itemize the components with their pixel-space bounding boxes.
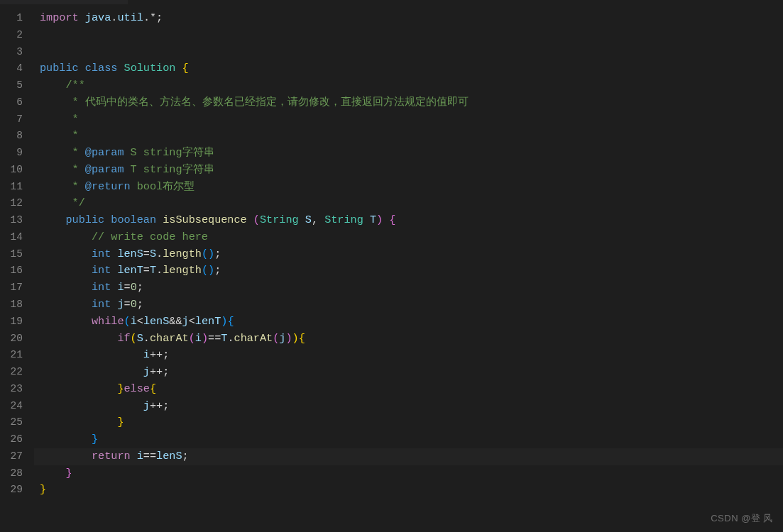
code-token: i: [195, 332, 202, 345]
code-token: int: [92, 264, 111, 277]
line-number: 12: [0, 195, 34, 212]
code-line[interactable]: * 代码中的类名、方法名、参数名已经指定，请勿修改，直接返回方法规定的值即可: [34, 94, 783, 111]
code-line[interactable]: import java.util.*;: [34, 10, 783, 27]
code-token: @return: [85, 180, 131, 193]
code-token: *: [65, 163, 84, 176]
code-token: (: [273, 332, 279, 345]
code-token: @param: [85, 146, 124, 159]
line-number: 6: [0, 94, 34, 111]
code-token: T: [150, 264, 156, 277]
code-token: lenS: [156, 450, 182, 462]
code-token: public: [40, 62, 79, 74]
watermark-text: CSDN @登 风: [711, 512, 773, 525]
code-line[interactable]: int lenS=S.length();: [34, 246, 783, 263]
code-token: (: [124, 315, 131, 328]
code-line[interactable]: }: [34, 431, 783, 448]
code-token: [79, 11, 85, 24]
code-token: ;: [163, 348, 169, 361]
code-token: ++: [150, 365, 163, 378]
line-number: 24: [0, 398, 34, 415]
code-editor[interactable]: 1234567891011121314151617181920212223242…: [0, 0, 783, 532]
code-token: [383, 214, 389, 226]
code-area[interactable]: import java.util.*;public class Solution…: [34, 0, 783, 532]
code-line[interactable]: // write code here: [34, 229, 783, 246]
code-line[interactable]: j++;: [34, 364, 783, 381]
line-number: 1: [0, 10, 34, 27]
code-line[interactable]: int j=0;: [34, 297, 783, 314]
code-token: {: [389, 214, 395, 226]
code-token: lenT: [195, 315, 221, 328]
code-line[interactable]: }: [34, 414, 783, 431]
line-number: 17: [0, 279, 34, 297]
code-line[interactable]: int i=0;: [34, 279, 783, 297]
code-token: ==: [208, 332, 221, 345]
code-line[interactable]: }else{: [34, 381, 783, 398]
code-token: class: [85, 62, 118, 74]
line-number: 11: [0, 179, 34, 196]
code-token: .: [156, 264, 163, 277]
line-number: 23: [0, 381, 34, 398]
code-token: T: [370, 214, 376, 226]
code-token: {: [150, 382, 156, 395]
code-token: .*;: [143, 11, 163, 24]
code-line[interactable]: * @param T string字符串: [34, 162, 783, 179]
code-line[interactable]: *: [34, 128, 783, 145]
code-token: }: [117, 416, 124, 428]
code-line[interactable]: * @param S string字符串: [34, 145, 783, 162]
code-line[interactable]: */: [34, 195, 783, 212]
line-number: 10: [0, 162, 34, 179]
code-line[interactable]: *: [34, 111, 783, 128]
code-token: j: [182, 315, 189, 328]
line-number: 21: [0, 347, 34, 364]
code-token: j: [117, 298, 124, 311]
code-line[interactable]: while(i<lenS&&j<lenT){: [34, 314, 783, 331]
code-token: S: [137, 332, 143, 345]
code-token: <: [137, 315, 143, 328]
code-token: // write code here: [92, 231, 208, 243]
line-number: 7: [0, 111, 34, 128]
code-token: @param: [85, 163, 124, 176]
line-number: 18: [0, 297, 34, 314]
line-number: 3: [0, 44, 34, 61]
code-token: i: [143, 348, 150, 361]
code-token: public: [65, 214, 104, 226]
code-token: }: [40, 483, 46, 496]
code-token: S: [305, 214, 312, 226]
code-token: [104, 214, 111, 226]
code-line[interactable]: }: [34, 465, 783, 482]
code-line[interactable]: int lenT=T.length();: [34, 262, 783, 279]
code-line[interactable]: * @return bool布尔型: [34, 179, 783, 196]
line-number: 13: [0, 212, 34, 229]
code-token: [117, 62, 124, 74]
code-line[interactable]: i++;: [34, 347, 783, 364]
code-token: [363, 214, 370, 226]
code-token: {: [227, 315, 234, 328]
code-line[interactable]: [34, 27, 783, 44]
code-token: i: [137, 450, 143, 462]
code-token: .: [227, 332, 234, 345]
code-token: ;: [214, 248, 221, 260]
code-token: ;: [137, 281, 143, 294]
code-token: int: [92, 248, 111, 260]
code-line[interactable]: [34, 44, 783, 61]
code-token: lenT: [117, 264, 143, 277]
code-token: lenS: [143, 315, 169, 328]
line-number-gutter: 1234567891011121314151617181920212223242…: [0, 0, 34, 532]
code-line[interactable]: j++;: [34, 398, 783, 415]
code-line[interactable]: }: [34, 482, 783, 499]
code-token: ): [292, 332, 299, 345]
code-line[interactable]: return i==lenS;: [34, 448, 783, 465]
code-token: i: [117, 281, 124, 294]
code-token: int: [92, 281, 111, 294]
code-token: 0: [131, 281, 137, 294]
code-token: }: [117, 382, 124, 395]
code-token: */: [65, 196, 84, 209]
code-line[interactable]: if(S.charAt(i)==T.charAt(j)){: [34, 331, 783, 348]
code-token: ): [208, 248, 214, 260]
code-line[interactable]: public boolean isSubsequence (String S, …: [34, 212, 783, 229]
code-token: [247, 214, 253, 226]
code-line[interactable]: public class Solution {: [34, 60, 783, 77]
code-line[interactable]: /**: [34, 77, 783, 94]
code-token: if: [117, 332, 130, 345]
code-token: =: [124, 281, 131, 294]
